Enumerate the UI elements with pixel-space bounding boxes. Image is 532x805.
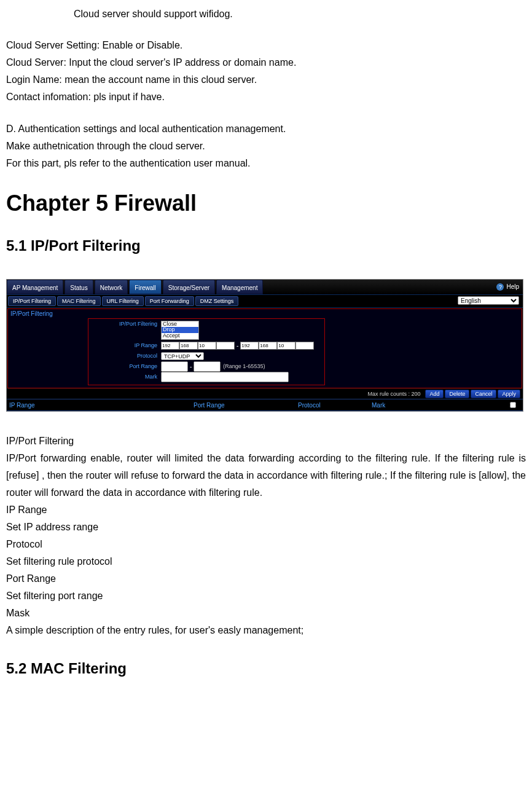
body-line: Set IP address range — [6, 519, 526, 536]
chapter-heading: Chapter 5 Firewall — [6, 190, 526, 216]
protocol-select[interactable]: TCP+UDP — [161, 352, 204, 360]
sub-tab-row: IP/Port Filtering MAC Filtering URL Filt… — [7, 294, 523, 308]
intro-line: Cloud Server Setting: Enable or Disable. — [6, 37, 526, 54]
col-port-range: Port Range — [194, 402, 298, 409]
ip-a3[interactable] — [198, 342, 216, 350]
body-line: Port Range — [6, 570, 526, 587]
intro-line: D. Authentication settings and local aut… — [6, 120, 526, 138]
subtab-url[interactable]: URL Filtering — [102, 296, 144, 306]
label-filtering: IP/Port Filtering — [90, 321, 161, 327]
ipport-form-panel: IP/Port Filtering IP/Port Filtering Clos… — [7, 308, 522, 389]
cancel-button[interactable]: Cancel — [471, 390, 496, 398]
col-protocol: Protocol — [298, 402, 372, 409]
opt-accept[interactable]: Accept — [162, 333, 198, 339]
ip-b4[interactable] — [295, 342, 314, 350]
body-line: Set filtering port range — [6, 587, 526, 605]
tab-firewall[interactable]: Firewall — [129, 280, 161, 294]
language-select[interactable]: English — [458, 296, 519, 305]
intro-line: Cloud server should support wifidog. — [74, 6, 526, 22]
ip-a1[interactable] — [161, 342, 179, 350]
apply-button[interactable]: Apply — [498, 390, 520, 398]
table-header-row: IP Range Port Range Protocol Mark — [7, 399, 523, 411]
subtab-portfw[interactable]: Port Forwarding — [145, 296, 194, 306]
body-line: IP/Port Filtering — [6, 433, 526, 450]
action-footer: Max rule counts : 200 Add Delete Cancel … — [7, 388, 523, 399]
body-line: IP/Port forwarding enable, router will l… — [6, 450, 526, 501]
label-protocol: Protocol — [90, 353, 161, 359]
tab-management[interactable]: Management — [216, 280, 263, 294]
label-portrange: Port Range — [90, 363, 161, 369]
body-line: A simple description of the entry rules,… — [6, 622, 526, 639]
tab-ap-management[interactable]: AP Management — [7, 280, 63, 294]
body-line: Protocol — [6, 536, 526, 553]
ip-a2[interactable] — [179, 342, 198, 350]
port-to[interactable] — [194, 361, 221, 372]
dash-icon: - — [235, 342, 240, 349]
help-label: Help — [506, 283, 519, 290]
select-all-checkbox[interactable] — [510, 402, 516, 408]
subtab-mac[interactable]: MAC Filtering — [57, 296, 101, 306]
ip-b1[interactable] — [240, 342, 259, 350]
intro-line: Login Name: mean the account name in thi… — [6, 71, 526, 88]
ip-b2[interactable] — [259, 342, 277, 350]
body-line: Set filtering rule protocol — [6, 553, 526, 570]
col-ip-range: IP Range — [9, 402, 194, 409]
max-rule-label: Max rule counts : 200 — [367, 391, 420, 397]
ip-b3[interactable] — [277, 342, 295, 350]
ip-a4[interactable] — [216, 342, 235, 350]
delete-button[interactable]: Delete — [445, 390, 469, 398]
help-link[interactable]: ? Help — [496, 280, 523, 294]
section-heading-52: 5.2 MAC Filtering — [6, 660, 526, 677]
intro-line: Contact infomation: pls input if have. — [6, 88, 526, 106]
subtab-ipport[interactable]: IP/Port Filtering — [8, 296, 56, 306]
port-range-hint: (Range 1-65535) — [223, 363, 265, 369]
filtering-dropdown[interactable]: Close Drop Accept — [161, 321, 199, 340]
tab-network[interactable]: Network — [95, 280, 128, 294]
help-icon: ? — [496, 283, 504, 291]
col-mark: Mark — [372, 402, 470, 409]
firewall-screenshot: AP Management Status Network Firewall St… — [6, 279, 523, 412]
intro-line: Make authetnication through the cloud se… — [6, 138, 526, 155]
port-from[interactable] — [161, 361, 188, 372]
intro-line: For this part, pls refer to the authenti… — [6, 155, 526, 172]
subtab-dmz[interactable]: DMZ Settings — [195, 296, 239, 306]
body-line: Mask — [6, 605, 526, 622]
mark-input[interactable] — [161, 372, 289, 382]
label-iprange: IP Range — [90, 342, 161, 348]
dash-icon: - — [188, 363, 194, 370]
body-line: IP Range — [6, 501, 526, 519]
section-heading-51: 5.1 IP/Port Filtering — [6, 237, 526, 254]
main-tab-row: AP Management Status Network Firewall St… — [7, 280, 523, 294]
label-mark: Mark — [90, 374, 161, 380]
add-button[interactable]: Add — [425, 390, 444, 398]
panel-title: IP/Port Filtering — [8, 309, 522, 318]
tab-storage[interactable]: Storage/Server — [163, 280, 215, 294]
form-inner: IP/Port Filtering Close Drop Accept IP R… — [88, 318, 325, 386]
tab-status[interactable]: Status — [65, 280, 93, 294]
intro-line: Cloud Server: Input the cloud server's I… — [6, 54, 526, 71]
